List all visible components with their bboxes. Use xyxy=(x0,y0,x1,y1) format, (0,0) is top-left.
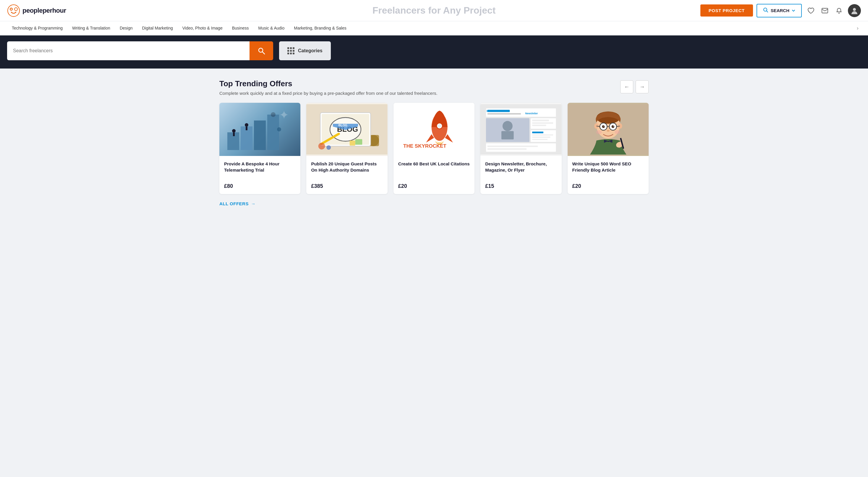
card-body-1: Provide A Bespoke 4 Hour Telemarketing T… xyxy=(219,156,300,194)
search-submit-button[interactable] xyxy=(250,41,273,60)
card-title-2: Publish 20 Unique Guest Posts On High Au… xyxy=(311,161,382,178)
nav-item-digital-marketing[interactable]: Digital Marketing xyxy=(137,21,177,35)
svg-text:BLOG: BLOG xyxy=(339,124,347,127)
svg-point-76 xyxy=(613,126,614,127)
arrow-left-icon: ← xyxy=(624,84,629,90)
categories-label: Categories xyxy=(298,48,322,54)
svg-point-73 xyxy=(602,125,604,128)
chevron-down-icon xyxy=(792,9,795,12)
svg-point-15 xyxy=(271,112,276,117)
nav-chevron[interactable]: › xyxy=(855,25,861,31)
svg-rect-13 xyxy=(254,121,266,150)
search-submit-icon xyxy=(257,47,266,55)
svg-text:Newsletter: Newsletter xyxy=(525,112,538,115)
svg-text:blueacorn: blueacorn xyxy=(487,110,499,112)
nav-item-technology[interactable]: Technology & Programming xyxy=(7,21,67,35)
card-title-1: Provide A Bespoke 4 Hour Telemarketing T… xyxy=(224,161,296,178)
svg-line-6 xyxy=(766,11,768,12)
svg-point-19 xyxy=(245,123,248,127)
arrow-right-icon: → xyxy=(640,84,645,90)
card-body-3: Create 60 Best UK Local Citations £20 xyxy=(394,156,474,194)
svg-rect-60 xyxy=(488,146,538,147)
main-content: Top Trending Offers Complete work quickl… xyxy=(212,69,656,213)
search-button[interactable]: SEARCH xyxy=(756,4,802,18)
card-image-4: Newsletter xyxy=(480,103,561,156)
svg-rect-61 xyxy=(488,148,527,150)
logo-icon xyxy=(7,4,20,17)
svg-point-8 xyxy=(853,8,856,11)
card-title-3: Create 60 Best UK Local Citations xyxy=(398,161,470,178)
svg-rect-51 xyxy=(532,120,549,122)
notifications-button[interactable] xyxy=(834,5,844,16)
card-title-4: Design Newsletter, Brochure, Magazine, O… xyxy=(485,161,557,178)
offer-card-5[interactable]: Write Unique 500 Word SEO Friendly Blog … xyxy=(568,103,649,194)
logo-text: peopleperhour xyxy=(23,7,66,14)
svg-point-74 xyxy=(611,125,614,128)
svg-rect-57 xyxy=(532,137,551,138)
card-body-2: Publish 20 Unique Guest Posts On High Au… xyxy=(306,156,387,194)
svg-point-16 xyxy=(277,127,281,131)
header-actions: POST PROJECT SEARCH xyxy=(701,4,861,18)
svg-point-79 xyxy=(615,130,620,134)
favorites-button[interactable] xyxy=(805,5,816,16)
category-nav: Technology & Programming Writing & Trans… xyxy=(0,21,868,35)
post-project-button[interactable]: POST PROJECT xyxy=(701,4,753,16)
section-title-area: Top Trending Offers Complete work quickl… xyxy=(219,79,438,96)
svg-point-34 xyxy=(318,143,325,149)
svg-rect-49 xyxy=(501,131,514,139)
search-input[interactable] xyxy=(13,48,244,54)
svg-point-1 xyxy=(8,5,20,16)
svg-rect-32 xyxy=(355,139,363,145)
grid-icon xyxy=(287,47,294,54)
svg-rect-59 xyxy=(486,143,556,151)
carousel-prev-button[interactable]: ← xyxy=(620,80,633,93)
heart-icon xyxy=(807,7,814,14)
card-price-5: £20 xyxy=(572,183,644,189)
card-title-5: Write Unique 500 Word SEO Friendly Blog … xyxy=(572,161,644,178)
carousel-controls: ← → xyxy=(620,80,649,93)
all-offers-link[interactable]: ALL OFFERS → xyxy=(219,201,255,206)
arrow-right-icon: → xyxy=(251,201,256,206)
messages-button[interactable] xyxy=(819,5,830,16)
svg-rect-58 xyxy=(532,139,548,140)
nav-item-music[interactable]: Music & Audio xyxy=(254,21,289,35)
nav-item-marketing[interactable]: Marketing, Branding & Sales xyxy=(289,21,351,35)
hero-text: Freelancers for Any Project xyxy=(373,5,496,16)
svg-rect-52 xyxy=(532,122,553,124)
svg-line-10 xyxy=(262,52,265,54)
svg-rect-20 xyxy=(246,127,247,130)
search-input-wrapper xyxy=(7,41,250,60)
header: peopleperhour Freelancers for Any Projec… xyxy=(0,0,868,21)
offer-card-3[interactable]: THE SKYROCKET Create 60 Best UK Local Ci… xyxy=(394,103,474,194)
avatar[interactable] xyxy=(848,4,861,17)
card-image-5 xyxy=(568,103,649,156)
all-offers-label: ALL OFFERS xyxy=(219,201,249,206)
bell-icon xyxy=(835,7,843,14)
mail-icon xyxy=(821,7,828,14)
svg-text:✦: ✦ xyxy=(279,108,289,122)
nav-item-writing[interactable]: Writing & Translation xyxy=(67,21,115,35)
svg-rect-18 xyxy=(233,133,235,136)
section-title: Top Trending Offers xyxy=(219,79,438,88)
offer-card-2[interactable]: BLOG BLOG Publish 20 Unique Guest Posts … xyxy=(306,103,387,194)
offer-card-4[interactable]: Newsletter xyxy=(480,103,561,194)
svg-rect-55 xyxy=(532,132,544,134)
logo[interactable]: peopleperhour xyxy=(7,4,66,17)
card-image-2: BLOG BLOG xyxy=(306,103,387,156)
svg-rect-56 xyxy=(532,134,553,136)
search-bar xyxy=(7,41,273,60)
svg-point-77 xyxy=(607,130,609,132)
card-price-3: £20 xyxy=(398,183,470,189)
section-header: Top Trending Offers Complete work quickl… xyxy=(219,79,649,96)
offer-card-1[interactable]: ✦ Provide A Bespoke 4 Hour Telemarketing… xyxy=(219,103,300,194)
svg-rect-44 xyxy=(488,113,521,114)
card-body-4: Design Newsletter, Brochure, Magazine, O… xyxy=(480,156,561,194)
nav-item-business[interactable]: Business xyxy=(227,21,254,35)
categories-button[interactable]: Categories xyxy=(279,41,331,60)
card-image-3: THE SKYROCKET xyxy=(394,103,474,156)
carousel-next-button[interactable]: → xyxy=(636,80,649,93)
nav-item-video[interactable]: Video, Photo & Image xyxy=(178,21,227,35)
svg-point-75 xyxy=(603,126,604,127)
svg-point-35 xyxy=(327,145,331,150)
nav-item-design[interactable]: Design xyxy=(115,21,137,35)
